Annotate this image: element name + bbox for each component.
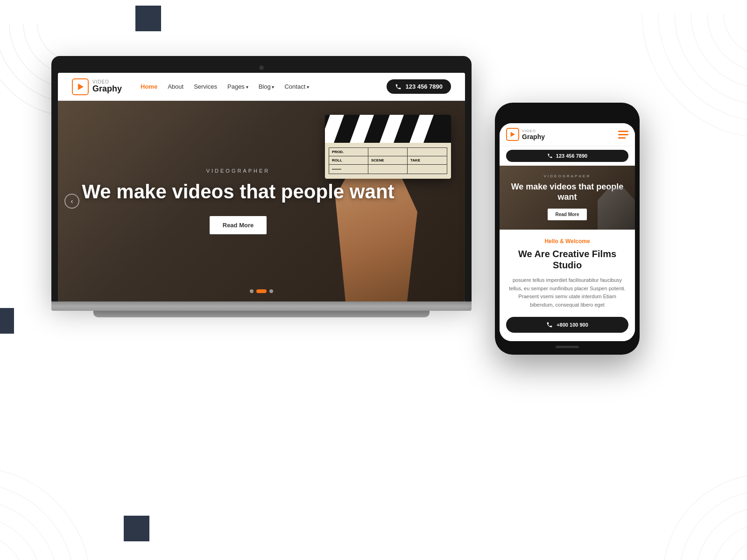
nav-pages[interactable]: Pages: [227, 83, 248, 90]
phone-speaker-bar: [556, 346, 579, 348]
svg-point-0: [37, 23, 75, 61]
phone-contact-number: +800 100 900: [557, 322, 588, 328]
logo-icon-box: [72, 78, 89, 95]
nav-phone-number: 123 456 7890: [405, 83, 443, 90]
phone-welcome-section: Hello & Welcome We Are Creative Films St…: [500, 230, 635, 341]
laptop-device: VIDEO Graphy Home About Services Pages B…: [51, 56, 472, 317]
svg-marker-23: [511, 132, 515, 137]
svg-point-13: [0, 516, 42, 560]
svg-point-16: [0, 467, 91, 560]
nav-phone-button[interactable]: 123 456 7890: [387, 79, 451, 94]
phone-welcome-tag: Hello & Welcome: [506, 238, 628, 245]
hero-title: We make videos that people want: [82, 181, 394, 203]
laptop-camera: [259, 65, 264, 70]
hero-read-more-button[interactable]: Read More: [210, 216, 267, 234]
nav-contact[interactable]: Contact: [284, 83, 309, 90]
dot-3[interactable]: [269, 289, 273, 293]
phone-bottom-speaker: [500, 346, 635, 348]
laptop-screen: VIDEO Graphy Home About Services Pages B…: [58, 73, 465, 301]
hero-section: PROD. ROLL SCENE TAKE ——: [58, 101, 465, 301]
circle-arcs-bottom-left: [0, 465, 93, 560]
nav-about[interactable]: About: [168, 83, 183, 90]
phone-logo-video: VIDEO: [522, 129, 545, 133]
phone-logo-icon: [506, 128, 519, 141]
svg-point-8: [675, 14, 747, 105]
nav-links: Home About Services Pages Blog Contact: [141, 83, 387, 90]
phone-logo: VIDEO Graphy: [506, 128, 545, 141]
svg-point-21: [663, 474, 747, 560]
svg-marker-22: [78, 84, 84, 90]
phone-phone-button[interactable]: 123 456 7890: [506, 150, 628, 162]
phone-welcome-text: posuere tellus imperdiet facilisurabitur…: [506, 276, 628, 309]
hero-dots: [250, 289, 273, 293]
phone-welcome-title: We Are Creative Films Studio: [506, 248, 628, 271]
circle-arcs-top-right: [635, 14, 747, 147]
nav-services[interactable]: Services: [194, 83, 217, 90]
phone-outer-frame: VIDEO Graphy 123 456 7890: [495, 103, 640, 355]
phone-header-number: 123 456 7890: [556, 153, 587, 159]
svg-point-14: [0, 500, 58, 560]
phone-logo-graphy: Graphy: [522, 133, 545, 140]
dot-2[interactable]: [256, 289, 267, 293]
hamburger-menu[interactable]: [618, 131, 628, 139]
phone-hero-figure: [598, 188, 635, 230]
laptop-foot: [93, 311, 430, 317]
phone-hero-subtitle: VIDEOGRAPHER: [506, 174, 628, 178]
svg-point-10: [642, 14, 747, 138]
svg-point-6: [707, 14, 747, 72]
dot-1[interactable]: [250, 289, 254, 293]
hero-content: VIDEOGRAPHER We make videos that people …: [82, 168, 394, 234]
phone-header: VIDEO Graphy: [500, 123, 635, 146]
nav-blog[interactable]: Blog: [259, 83, 275, 90]
deco-square-4: [124, 516, 149, 541]
phone-notch-bar: [500, 109, 635, 119]
phone-cta-bar: 123 456 7890: [500, 146, 635, 166]
svg-point-11: [0, 549, 9, 560]
svg-point-15: [0, 483, 75, 560]
logo-area: VIDEO Graphy: [72, 78, 122, 95]
phone-notch: [546, 109, 588, 119]
laptop-camera-bar: [58, 63, 465, 73]
deco-square-2: [0, 308, 14, 334]
phone-hero-section: VIDEOGRAPHER We make videos that people …: [500, 166, 635, 230]
deco-square-1: [135, 6, 161, 31]
svg-point-7: [691, 14, 747, 89]
phone-logo-text: VIDEO Graphy: [522, 129, 545, 140]
svg-point-5: [724, 14, 747, 56]
hero-prev-arrow[interactable]: ‹: [64, 194, 79, 209]
logo-text-block: VIDEO Graphy: [92, 79, 122, 94]
phone-screen: VIDEO Graphy 123 456 7890: [500, 123, 635, 341]
nav-home[interactable]: Home: [141, 83, 157, 90]
svg-point-19: [696, 507, 747, 560]
svg-point-12: [0, 532, 26, 560]
laptop-base: [51, 301, 472, 311]
hero-subtitle: VIDEOGRAPHER: [82, 168, 394, 174]
svg-point-20: [679, 490, 747, 560]
phone-device: VIDEO Graphy 123 456 7890: [495, 103, 640, 355]
svg-point-18: [712, 523, 747, 560]
svg-point-9: [658, 14, 747, 121]
phone-hero-cta-button[interactable]: Read More: [548, 209, 586, 220]
site-navigation: VIDEO Graphy Home About Services Pages B…: [58, 73, 465, 101]
circle-arcs-bottom-right: [644, 455, 747, 560]
logo-graphy-label: Graphy: [92, 84, 122, 94]
svg-point-17: [728, 539, 747, 560]
laptop-outer-frame: VIDEO Graphy Home About Services Pages B…: [51, 56, 472, 301]
phone-contact-button[interactable]: +800 100 900: [506, 317, 628, 333]
